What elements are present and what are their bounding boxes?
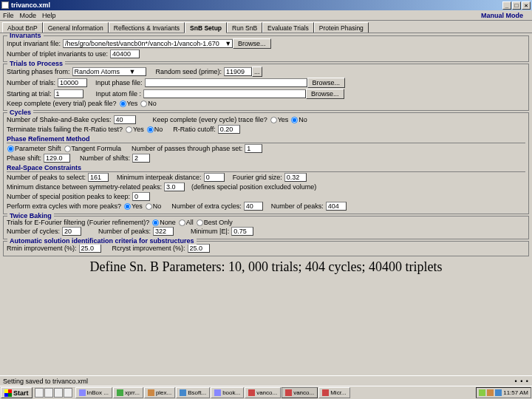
- num-shifts-input[interactable]: [132, 154, 150, 163]
- ef-all-radio[interactable]: [179, 219, 185, 226]
- tb-num-peaks-label: Number of peaks:: [98, 228, 151, 235]
- menu-file[interactable]: File: [3, 12, 14, 19]
- taskbar-button[interactable]: xprr...: [113, 387, 143, 398]
- taskbar-button[interactable]: InBox ...: [75, 387, 112, 398]
- seed-picker-button[interactable]: ...: [252, 66, 262, 77]
- parameter-shift-radio[interactable]: [7, 146, 14, 152]
- rmin-improvement-label: Rmin improvement (%):: [7, 245, 77, 252]
- tray-icon[interactable]: [479, 389, 485, 396]
- random-seed-input[interactable]: [224, 67, 252, 76]
- browse-button[interactable]: Browse...: [233, 38, 271, 49]
- tangent-formula-radio[interactable]: [64, 146, 71, 152]
- tray-icon[interactable]: [495, 389, 502, 396]
- num-special-peaks-input[interactable]: [132, 192, 150, 201]
- keep-peak-no-radio[interactable]: [140, 100, 147, 107]
- app-icon: [180, 389, 186, 396]
- taskbar-button[interactable]: plex...: [144, 387, 175, 398]
- fourier-grid-label: Fourier grid size:: [233, 174, 282, 181]
- fourier-grid-input[interactable]: [284, 173, 307, 182]
- phase-shift-input[interactable]: [44, 154, 70, 163]
- num-peaks-input[interactable]: [88, 173, 109, 182]
- windows-logo-icon: [4, 389, 12, 397]
- quick-launch-icon[interactable]: [44, 388, 53, 398]
- taskbar-button[interactable]: Bsoft...: [176, 387, 210, 398]
- status-bar: Setting saved to trivanco.xml • • •: [0, 375, 532, 386]
- min-sym-dist-label: Minimum distance between symmetry-relate…: [7, 183, 162, 191]
- input-phase-file-input[interactable]: [145, 78, 307, 87]
- start-at-trial-label: Starting at trial:: [7, 90, 52, 98]
- start-button[interactable]: Start: [1, 387, 33, 398]
- tb-num-peaks-input[interactable]: [153, 227, 174, 236]
- num-extra-cycles-input[interactable]: [244, 202, 263, 211]
- section-title: Trials to Process: [7, 60, 65, 67]
- section-cycles: Cycles Number of Shake-and-Bake cycles: …: [3, 112, 529, 214]
- input-atom-file-input[interactable]: [143, 89, 306, 98]
- rratio-cutoff-label: R-Ratio cutoff:: [173, 126, 215, 133]
- rmin-improvement-input[interactable]: [79, 244, 101, 253]
- keep-peak-yes-radio[interactable]: [120, 100, 126, 107]
- tray-icon[interactable]: [487, 389, 494, 396]
- tab-general[interactable]: General Information: [43, 22, 109, 33]
- min-interpeak-input[interactable]: [204, 173, 225, 182]
- taskbar-button[interactable]: vanco...: [282, 387, 318, 398]
- taskbar-button[interactable]: Micr...: [318, 387, 349, 398]
- starting-phases-label: Starting phases from:: [7, 68, 70, 75]
- tab-run-snb[interactable]: Run SnB: [227, 22, 262, 33]
- num-trials-input[interactable]: [58, 78, 87, 87]
- terminate-no-radio[interactable]: [147, 126, 154, 133]
- tab-bar: About BnP General Information Reflection…: [0, 21, 532, 33]
- invariant-file-input[interactable]: [63, 39, 233, 48]
- triplet-count-input[interactable]: [110, 50, 140, 58]
- num-peaks-label: Number of peaks to select:: [7, 174, 86, 181]
- terminate-yes-radio[interactable]: [126, 126, 132, 133]
- quick-launch-icon[interactable]: [64, 388, 72, 398]
- snb-cycles-input[interactable]: [114, 115, 136, 124]
- menu-bar: File Mode Help Manual Mode: [0, 10, 532, 21]
- tab-about[interactable]: About BnP: [2, 22, 43, 33]
- keep-trace-label: Keep complete (every cycle) trace file?: [153, 116, 267, 123]
- app-icon: [248, 389, 255, 396]
- content-area: Invariants Input invariant file: Browse.…: [0, 33, 532, 358]
- real-space-header: Real-Space Constraints: [7, 164, 525, 172]
- menu-mode[interactable]: Mode: [20, 12, 37, 19]
- snb-cycles-label: Number of Shake-and-Bake cycles:: [7, 116, 112, 123]
- tb-num-cycles-input[interactable]: [62, 227, 81, 236]
- extra-yes-radio[interactable]: [124, 203, 131, 210]
- tab-snb-setup[interactable]: SnB Setup: [185, 22, 227, 33]
- tb-num-cycles-label: Number of cycles:: [7, 228, 60, 235]
- app-icon: [322, 389, 329, 396]
- rcryst-improvement-input[interactable]: [188, 244, 210, 253]
- menu-help[interactable]: Help: [42, 12, 56, 19]
- extra-no-radio[interactable]: [146, 203, 152, 210]
- rratio-cutoff-input[interactable]: [218, 125, 240, 134]
- minimize-button[interactable]: _: [502, 1, 511, 10]
- ef-none-radio[interactable]: [152, 219, 159, 226]
- num-passes-input[interactable]: [245, 144, 262, 153]
- section-twice-baking: Twice Baking Trials for E-Fourier filter…: [3, 216, 529, 239]
- num-passes-label: Number of passes through phase set:: [132, 145, 242, 152]
- min-e-input[interactable]: [231, 227, 253, 236]
- ef-best-radio[interactable]: [197, 219, 203, 226]
- tab-protein[interactable]: Protein Phasing: [314, 22, 369, 33]
- app-icon: [285, 389, 292, 396]
- min-sym-dist-input[interactable]: [164, 183, 185, 191]
- tab-reflections[interactable]: Reflections & Invariants: [109, 22, 185, 33]
- tab-evaluate[interactable]: Evaluate Trials: [262, 22, 314, 33]
- close-button[interactable]: ×: [522, 1, 531, 10]
- app-icon: [214, 389, 221, 396]
- starting-phases-select[interactable]: [72, 67, 146, 76]
- quick-launch-icon[interactable]: [35, 388, 44, 398]
- keep-trace-no-radio[interactable]: [291, 117, 298, 123]
- maximize-button[interactable]: □: [512, 1, 521, 10]
- taskbar-button[interactable]: vanco...: [245, 387, 281, 398]
- num-peaks-extra-input[interactable]: [326, 202, 347, 211]
- browse-button[interactable]: Browse...: [307, 78, 346, 88]
- terminate-rratio-label: Terminate trials failing the R-Ratio tes…: [7, 126, 123, 133]
- start-at-trial-input[interactable]: [54, 89, 83, 98]
- quick-launch-icon[interactable]: [54, 388, 63, 398]
- section-invariants: Invariants Input invariant file: Browse.…: [3, 35, 529, 62]
- num-extra-cycles-label: Number of extra cycles:: [171, 202, 242, 210]
- taskbar-button[interactable]: book...: [211, 387, 244, 398]
- browse-button[interactable]: Browse...: [306, 89, 344, 99]
- keep-trace-yes-radio[interactable]: [270, 117, 277, 123]
